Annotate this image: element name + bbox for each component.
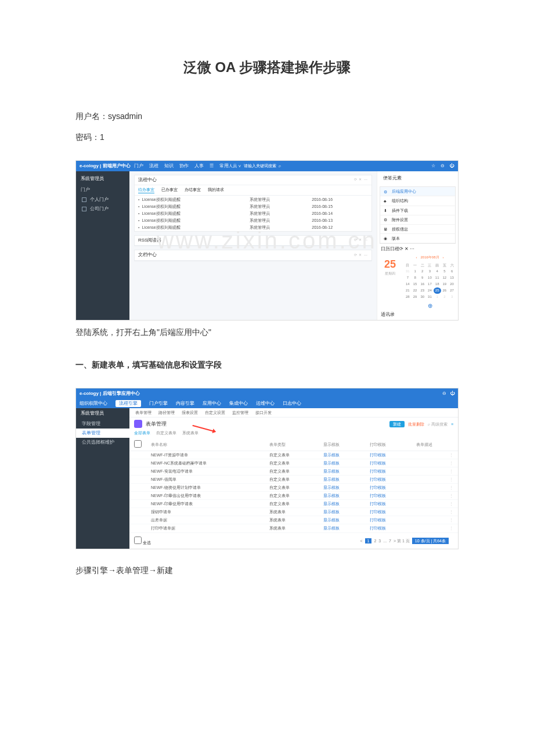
table-row: 报销申请单系统表单显示模板打印模板⋮ [129,508,458,516]
more-icon[interactable]: ⋮ [449,452,453,458]
nav2-flow-engine[interactable]: 流程引擎 [116,400,141,407]
left-user: 系统管理员 [76,175,129,185]
card-actions-icon[interactable]: ⟳ ✕ ⋯ [354,238,368,243]
more-icon[interactable]: ⋮ [449,509,453,514]
search-icon[interactable]: ⌕ [279,163,281,168]
select-all-checkbox[interactable] [134,537,142,544]
chevron-left-icon[interactable]: ‹ [416,255,417,260]
subnav2: 表单管理 路径管理 报表设置 自定义设置 监控管理 接口开发 [129,408,458,417]
list-icon[interactable]: ≡ [451,422,453,427]
card-actions-icon[interactable]: ⟳ ✕ ⋯ [354,253,368,258]
left-item-select-maintain[interactable]: 公共选择框维护 [76,438,129,447]
filter-custom[interactable]: 自定义表单 [156,430,176,435]
doc-title-label: 文档中心 [138,252,157,258]
more-icon[interactable]: ⋮ [449,517,453,523]
filter-system[interactable]: 系统表单 [182,430,199,435]
menu-license-info[interactable]: 🗎授权信息 [380,225,455,234]
menu-attachment-settings[interactable]: ⚙附件设置 [380,215,455,225]
pager-prev[interactable]: < [360,538,362,543]
nav2-logs[interactable]: 日志中心 [283,401,301,406]
more-icon[interactable]: ⋮ [449,469,453,474]
pager-page[interactable]: 1 [365,538,372,543]
nav-flow[interactable]: 流程 [149,163,158,169]
flow-card: 流程中心⟳ ✕ ⋯ 待办事宜 已办事宜 办结事宜 我的请求 License授权到… [134,175,372,232]
menu-org-structure[interactable]: ♣组织结构 [380,196,455,206]
nav-knowledge[interactable]: 知识 [164,163,174,169]
tab-finished[interactable]: 办结事宜 [185,187,201,193]
pager-go[interactable]: > 第 1 页 [394,538,410,543]
pager-page[interactable]: 7 [389,538,391,543]
minus-icon[interactable]: ⊖ [439,163,445,169]
batch-delete-button[interactable]: 批量删除 [408,422,424,427]
more-icon[interactable]: ⋮ [449,493,453,498]
more-icon[interactable]: ⋮ [449,485,453,490]
new-button[interactable]: 新建 [389,421,405,427]
chevron-right-icon[interactable]: › [443,255,444,260]
table-row: License授权到期提醒系统管理员2016-08-15 [135,203,371,210]
search-scope[interactable]: 人员 ∨ [229,163,241,168]
menu-backend-app-center[interactable]: ⚙后端应用中心 [380,187,455,196]
calendar-today-num: 25 [380,258,400,271]
star-icon[interactable]: ☆ [430,163,436,169]
menu-version[interactable]: ◉版本 [380,234,455,243]
calendar-today-wd: 星期四 [380,272,400,276]
nav-hr[interactable]: 人事 [194,163,204,169]
screenshot-2-backend: e-cology | 后端引擎应用中心 ⊖ ⏻ 组织权限中心 流程引擎 门户引擎… [75,388,459,549]
sub-form[interactable]: 表单管理 [135,410,151,415]
pager-page[interactable]: 2 [374,538,376,543]
top-search[interactable]: 人员 ∨ 请输入关键词搜索 ⌕ [229,163,281,168]
screenshot1-caption: 登陆系统，打开右上角"后端应用中心" [75,327,459,338]
more-icon[interactable]: ⋮ [449,477,453,482]
more-icon[interactable]: ⋮ [449,501,453,506]
filter-all[interactable]: 全部表单 [134,430,150,435]
sub-report[interactable]: 报表设置 [182,410,198,415]
power-icon[interactable]: ⏻ [450,391,454,397]
table-row: NEWF-安装电话申请单自定义表单显示模板打印模板⋮ [129,467,458,475]
card-actions-icon[interactable]: ⟳ ✕ ⋯ [354,178,368,182]
nav2-integration[interactable]: 集成中心 [229,401,248,406]
table-row: 出差单据系统表单显示模板打印模板⋮ [129,516,458,524]
sub-path[interactable]: 路径管理 [158,410,175,415]
add-event-icon[interactable]: ⊕ [404,302,456,309]
nav-menu-icon[interactable]: ☰ [210,163,214,169]
tab-myreq[interactable]: 我的请求 [208,187,224,193]
topbar: e-cology | 前端用户中心 门户 流程 知识 协作 人事 ☰ 常用 人员… [76,161,458,171]
sub-api[interactable]: 接口开发 [255,410,272,415]
table-row: NEWF-NC系统基础档案申请单自定义表单显示模板打印模板⋮ [129,459,458,467]
left-item-personal-portal[interactable]: 个人门户 [76,195,129,204]
power-icon[interactable]: ⏻ [449,163,454,169]
table-row: License授权到期提醒系统管理员2016-08-16 [135,196,371,203]
left-user2: 系统管理员 [76,408,129,419]
search-placeholder[interactable]: 请输入关键词搜索 [244,163,276,168]
left-item-form-manage[interactable]: 表单管理 [76,429,129,438]
nav2-ops[interactable]: 运维中心 [256,401,275,406]
top-nav2: 组织权限中心 流程引擎 门户引擎 内容引擎 应用中心 集成中心 运维中心 日志中… [76,399,458,408]
select-all[interactable]: 全选 [134,537,151,545]
left-item-field-manage[interactable]: 字段管理 [76,419,129,429]
sub-custom[interactable]: 自定义设置 [205,410,225,415]
tab-done[interactable]: 已办事宜 [161,187,178,193]
sub-monitor[interactable]: 监控管理 [232,410,248,415]
nav-collab[interactable]: 协作 [179,163,189,169]
tab-todo[interactable]: 待办事宜 [138,187,154,193]
header-checkbox[interactable] [134,440,142,448]
nav-fav[interactable]: 常用 [219,163,229,169]
pager-page[interactable]: 3 [378,538,381,543]
brand2: e-cology | 后端引擎应用中心 [80,391,140,397]
calendar-month: 2016年08月 [420,255,439,260]
table-row: 打印申请单据系统表单显示模板打印模板⋮ [129,524,458,532]
nav2-org[interactable]: 组织权限中心 [80,401,107,406]
card-actions-icon[interactable]: ⟳ ✕ ⋯ [399,246,414,251]
left-item-company-portal[interactable]: 公司门户 [76,204,129,214]
advanced-search[interactable]: ⌕ 高级搜索 [428,422,448,427]
nav2-app-center[interactable]: 应用中心 [203,401,221,406]
more-icon[interactable]: ⋮ [449,525,453,531]
menu-plugin-download[interactable]: ⬇插件下载 [380,206,455,215]
more-icon[interactable]: ⋮ [449,460,453,466]
top-nav[interactable]: 门户 流程 知识 协作 人事 ☰ 常用 [134,163,229,169]
minus-icon[interactable]: ⊖ [442,391,446,397]
nav-portal[interactable]: 门户 [134,163,143,169]
nav2-portal-engine[interactable]: 门户引擎 [149,401,168,406]
nav2-content-engine[interactable]: 内容引擎 [176,401,194,406]
calendar-widget[interactable]: ‹2016年08月› 日一二三四五六 31123456 78910111213 … [404,255,456,309]
